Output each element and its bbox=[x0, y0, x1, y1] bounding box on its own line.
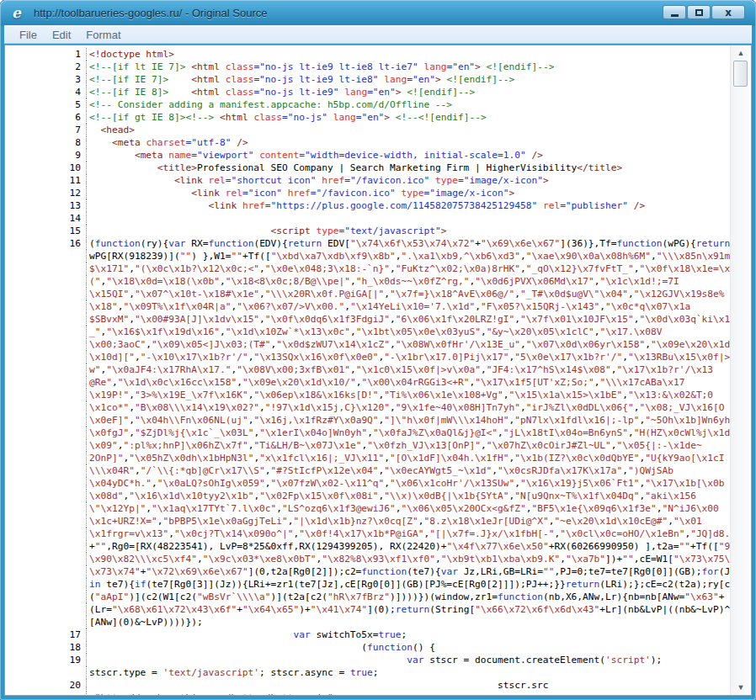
line-number bbox=[5, 275, 81, 288]
menu-file[interactable]: File bbox=[12, 27, 45, 43]
source-line: 9 <meta name="viewport" content="width=d… bbox=[5, 149, 730, 162]
line-number: 1 bbox=[5, 48, 81, 61]
code-text: <!--[if IE 7]> <html class="no-js lt-ie9… bbox=[86, 73, 730, 86]
code-text: <link href="https://plus.google.com/1145… bbox=[86, 199, 730, 212]
source-line: (","\x18\x0d=\x18(\x0b","\x18<8\x0c;8/B@… bbox=[5, 275, 730, 288]
line-number bbox=[5, 363, 81, 376]
source-line: \\\x04R","/`\\{:*qb]@Cr\x17\\S","#?StIcf… bbox=[5, 464, 730, 477]
source-line: in te7){if(te7[Rg0[3]](Jz)){LRi+=zr1(te7… bbox=[5, 578, 730, 591]
line-number bbox=[5, 351, 81, 363]
code-text: ="http://w.sharethis.com/button/buttons.… bbox=[86, 692, 730, 695]
line-number: 8 bbox=[5, 136, 81, 149]
close-button[interactable]: x bbox=[711, 5, 745, 19]
scroll-thumb[interactable] bbox=[733, 61, 748, 87]
source-line: \x10d][","-\x10\x17\x1b?r'/","\x13SQx\x1… bbox=[5, 351, 730, 363]
source-line: \x09",":pl%x;hnP]\x06hZ\x7f","Ti&LH/B~\x… bbox=[5, 439, 730, 452]
source-line: 20 stscr.src bbox=[5, 679, 730, 692]
code-text: var switchTo5x=true; bbox=[86, 628, 730, 641]
line-number bbox=[5, 414, 81, 427]
line-number: 9 bbox=[5, 149, 81, 162]
line-number bbox=[5, 666, 81, 679]
line-number: 3 bbox=[5, 73, 81, 86]
code-text: in te7){if(te7[Rg0[3]](Jz)){LRi+=zr1(te7… bbox=[86, 578, 730, 591]
code-text: \\\x04R","/`\\{:*qb]@Cr\x17\\S","#?StIcf… bbox=[86, 464, 730, 477]
code-text: \x04yDC*h.","\x0aLQ?sOhIg\x059","\x07fzW… bbox=[86, 477, 730, 490]
code-text: stscr.type = 'text/javascript'; stscr.as… bbox=[86, 666, 730, 679]
source-line: \x1frgr=v\x13","\x0cj?T\x14\x090o^|","\x… bbox=[5, 528, 730, 540]
source-line: 8 <meta charset="utf-8" /> bbox=[5, 136, 730, 149]
source-line: @Re","\x1d\x0c\x16cc\x158","\x09e\x20\x1… bbox=[5, 376, 730, 389]
code-text: <meta charset="utf-8" /> bbox=[86, 136, 730, 149]
line-number bbox=[5, 490, 81, 502]
source-line: \x08d","\x16\x1d\x10tyy2\x1b","\x02Fp\x1… bbox=[5, 490, 730, 502]
code-text: <head> bbox=[86, 124, 730, 136]
line-number: 17 bbox=[5, 628, 81, 641]
source-line: $SBvxM","\x00#93A[J]\x1dv\x15","\x0f\x0d… bbox=[5, 313, 730, 326]
code-text: (function(ry){var RX=function(EDV){retur… bbox=[86, 237, 730, 250]
code-text: \x1co*","B\x08\\\x14\x19\x02?","!97\x1d\… bbox=[86, 401, 730, 414]
line-number bbox=[5, 603, 81, 616]
code-text: @Re","\x1d\x0c\x16cc\x158","\x09e\x20\x1… bbox=[86, 376, 730, 389]
source-line: 5<!-- Consider adding a manifest.appcach… bbox=[5, 98, 730, 111]
line-number bbox=[5, 692, 81, 695]
line-number: 7 bbox=[5, 124, 81, 136]
source-line: \x90\x82\\\xc5\xf4","\x9c\x03*\xe8\x0bT"… bbox=[5, 553, 730, 565]
source-line: ="http://w.sharethis.com/button/buttons.… bbox=[5, 692, 730, 695]
code-text: \x1frgr=v\x13","\x0cj?T\x14\x090o^|","\x… bbox=[86, 528, 730, 540]
line-number: 14 bbox=[5, 212, 81, 225]
code-text: +"",Rg0=[RX(48223541), LvP=8*25&0xff,RX(… bbox=[86, 540, 730, 553]
source-line: \x1co*","B\x08\\\x14\x19\x02?","!97\x1d\… bbox=[5, 401, 730, 414]
source-line: [ANw](0)&~LvP))))}); bbox=[5, 616, 730, 628]
line-number bbox=[5, 616, 81, 628]
scroll-up-arrow-icon[interactable]: ▲ bbox=[731, 49, 751, 57]
line-number bbox=[5, 477, 81, 490]
minimize-icon bbox=[671, 14, 679, 17]
line-number bbox=[5, 262, 81, 275]
code-text: \x10d][","-\x10\x17\x1b?r'/","\x13SQx\x1… bbox=[86, 351, 730, 363]
line-number bbox=[5, 502, 81, 515]
line-number bbox=[5, 515, 81, 528]
line-number: 10 bbox=[5, 162, 81, 174]
line-number bbox=[5, 528, 81, 540]
maximize-button[interactable] bbox=[687, 5, 711, 19]
source-line: 11 <link rel="shortcut icon" href="/favi… bbox=[5, 174, 730, 187]
maximize-icon bbox=[695, 9, 703, 16]
source-content: 1<!doctype html>2<!--[if lt IE 7]> <html… bbox=[4, 45, 752, 696]
source-line: \x00;3aoC","\x09\x05<]J\x03;(T#","\x0d$z… bbox=[5, 338, 730, 351]
code-text: \x09",":pl%x;hnP]\x06hZ\x7f","Ti&LH/B~\x… bbox=[86, 439, 730, 452]
source-line: 14 bbox=[5, 212, 730, 225]
code-text: (Lr="\x68\x61\x72\x43\x6f"+"\x64\x65")+"… bbox=[86, 603, 730, 616]
menu-format[interactable]: Format bbox=[78, 27, 128, 43]
line-number: 13 bbox=[5, 199, 81, 212]
source-line: 15 <script type="text/javascript"> bbox=[5, 225, 730, 237]
titlebar[interactable]: e http://toolbarueries-googles.ru/ - Ori… bbox=[0, 0, 756, 25]
source-line: 18 (function() { bbox=[5, 641, 730, 654]
vertical-scrollbar[interactable]: ▲ ▼ bbox=[730, 45, 751, 695]
minimize-button[interactable] bbox=[663, 5, 686, 19]
code-text: <!--[if lt IE 7]> <html class="no-js lt-… bbox=[86, 61, 730, 73]
menu-edit[interactable]: Edit bbox=[45, 27, 78, 43]
source-line: \x0eF]","\x04h\\Fn\x06NL(uj","\x16j,\x1f… bbox=[5, 414, 730, 427]
code-text: w","\x0aJF4:\x17RhA\x17.","\x08V\x00;3xf… bbox=[86, 363, 730, 376]
line-number: 11 bbox=[5, 174, 81, 187]
source-line: w","\x0aJF4:\x17RhA\x17.","\x08V\x00;3xf… bbox=[5, 363, 730, 376]
code-text: <meta name="viewport" content="width=dev… bbox=[86, 149, 730, 162]
line-number: 20 bbox=[5, 679, 81, 692]
source-line: 13 <link href="https://plus.google.com/1… bbox=[5, 199, 730, 212]
source-line: \x0fgJ","$ZjDl%j{\x1c`_\x03L","\x1erI\x0… bbox=[5, 427, 730, 439]
code-text: <!--[if gt IE 8]><!--> <html class="no-j… bbox=[86, 111, 730, 124]
line-number bbox=[5, 376, 81, 389]
source-line: 7 <head> bbox=[5, 124, 730, 136]
scroll-down-arrow-icon[interactable]: ▼ bbox=[731, 683, 751, 692]
code-text: _","\x16$\x1f\x19d\x16","\x1d\x10Zw`*\x1… bbox=[86, 326, 730, 338]
code-text: (","\x18\x0d=\x18(\x0b","\x18<8\x0c;8/B@… bbox=[86, 275, 730, 288]
source-rows: 1<!doctype html>2<!--[if lt IE 7]> <html… bbox=[5, 45, 730, 695]
code-text: [ANw](0)&~LvP))))}); bbox=[86, 616, 730, 628]
line-number bbox=[5, 288, 81, 300]
line-number: 6 bbox=[5, 111, 81, 124]
code-text: \x0eF]","\x04h\\Fn\x06NL(uj","\x16j,\x1f… bbox=[86, 414, 730, 427]
line-number bbox=[5, 553, 81, 565]
code-text: <title>Professional SEO Company | Search… bbox=[86, 162, 730, 174]
line-number bbox=[5, 427, 81, 439]
source-line: 19 var stscr = document.createElement('s… bbox=[5, 654, 730, 666]
